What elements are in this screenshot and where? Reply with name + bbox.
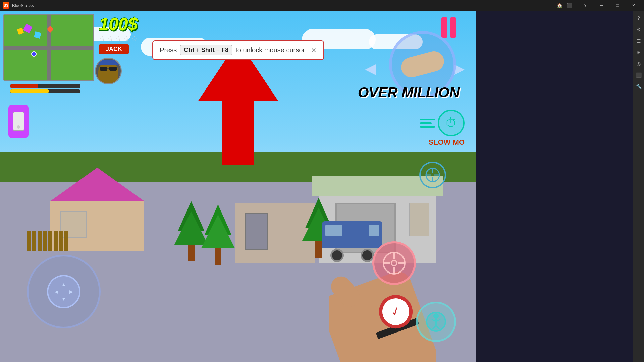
- slow-mo-button[interactable]: ⏱: [420, 110, 465, 136]
- sidebar-icon-5[interactable]: ◎: [635, 60, 643, 68]
- close-button[interactable]: ✕: [626, 0, 641, 11]
- player-name-bar: JACK: [99, 44, 129, 54]
- help-button[interactable]: ?: [578, 0, 593, 11]
- bluestacks-panel: [476, 11, 633, 362]
- minimize-button[interactable]: ─: [594, 0, 609, 11]
- unlock-cursor-dialog: Press Ctrl + Shift + F8 to unlock mouse …: [152, 40, 324, 60]
- sidebar-icon-4[interactable]: ⊞: [635, 48, 643, 56]
- left-nav-arrow[interactable]: ◀: [365, 60, 376, 77]
- stamina-bar-container: [10, 89, 80, 93]
- fence-left: [27, 231, 68, 251]
- slow-mo-line-2: [420, 122, 432, 124]
- over-million-text: OVER MILLION: [358, 84, 460, 101]
- slow-mo-lines: [420, 119, 435, 128]
- star-2: ☆: [107, 34, 114, 43]
- hud-topleft: [3, 14, 94, 81]
- maximize-button[interactable]: □: [610, 0, 625, 11]
- stars-row: ☆ ☆ ☆ ☆ ☆: [99, 34, 138, 43]
- main-container: Press Ctrl + Shift + F8 to unlock mouse …: [0, 11, 644, 362]
- right-sidebar: ? ⚙ ☰ ⊞ ◎ ⬛ 🔧: [633, 11, 644, 362]
- aim-button[interactable]: [372, 241, 416, 285]
- joystick-down-arrow: ▼: [61, 296, 66, 302]
- stamina-bar-fill: [10, 89, 49, 93]
- sidebar-icon-7[interactable]: 🔧: [635, 82, 643, 90]
- unlock-press-text: Press: [160, 46, 177, 54]
- slow-mo-line-1: [420, 119, 435, 120]
- slow-mo-line-3: [420, 126, 435, 128]
- pause-button[interactable]: [441, 17, 456, 38]
- joystick-up-arrow: ▲: [61, 282, 66, 287]
- sidebar-icon-2[interactable]: ⚙: [635, 25, 643, 34]
- star-4: ☆: [123, 34, 130, 43]
- player-avatar: [95, 58, 122, 84]
- steering-inner: [399, 49, 446, 80]
- pause-bar-right: [450, 17, 456, 38]
- joystick-container[interactable]: ▲ ◀ ▶ ▼: [27, 255, 101, 328]
- star-5: ☆: [131, 34, 138, 43]
- home-icon[interactable]: 🏠: [557, 3, 562, 8]
- svg-point-12: [433, 313, 439, 319]
- svg-point-10: [391, 260, 397, 266]
- title-bar: BS BlueStacks 🏠 ⬛ ? ─ □ ✕: [0, 0, 644, 11]
- health-bar-container: [10, 84, 80, 88]
- jump-button[interactable]: [416, 302, 456, 342]
- joystick-right-arrow: ▶: [69, 289, 73, 294]
- minimap: [3, 14, 94, 81]
- player-name-text: JACK: [106, 46, 122, 52]
- joystick-inner: ▲ ◀ ▶ ▼: [47, 275, 80, 308]
- health-bar-fill: [10, 84, 38, 88]
- sidebar-icon-1[interactable]: ?: [635, 14, 643, 22]
- slow-mo-icon: ⏱: [438, 110, 465, 136]
- app-logo: BS: [3, 2, 9, 9]
- slow-mo-label: SLOW MO: [428, 138, 465, 147]
- star-1: ☆: [99, 34, 106, 43]
- joystick-left-arrow: ◀: [55, 289, 58, 294]
- game-viewport[interactable]: Press Ctrl + Shift + F8 to unlock mouse …: [0, 11, 476, 362]
- pause-bar-left: [441, 17, 447, 38]
- window-controls: ? ─ □ ✕: [578, 0, 641, 11]
- app-title: BlueStacks: [12, 3, 557, 8]
- tree-2: [201, 204, 235, 265]
- joystick-arrows: ▲ ◀ ▶ ▼: [53, 281, 74, 302]
- star-3: ☆: [115, 34, 122, 43]
- titlebar-icons: 🏠 ⬛: [557, 3, 572, 8]
- money-display: 100$: [99, 14, 138, 34]
- unlock-close-button[interactable]: ✕: [311, 46, 317, 54]
- unlock-key-badge: Ctrl + Shift + F8: [180, 45, 232, 55]
- sidebar-icon-6[interactable]: ⬛: [635, 71, 643, 79]
- crosshair-right: [419, 162, 446, 188]
- multi-icon[interactable]: ⬛: [567, 3, 572, 8]
- sidebar-icon-3[interactable]: ☰: [635, 37, 643, 45]
- unlock-suffix-text: to unlock mouse cursor: [235, 46, 305, 54]
- phone-icon[interactable]: [8, 105, 29, 138]
